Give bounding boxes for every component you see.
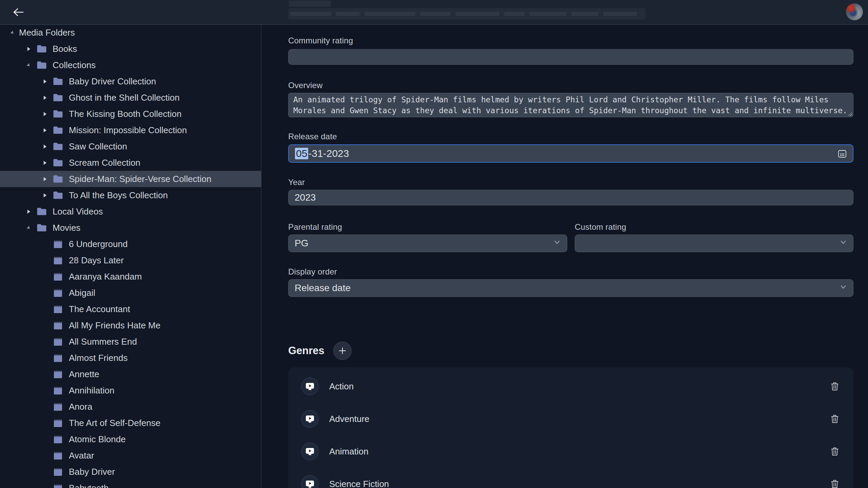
sidebar-item-anora[interactable]: Anora [0, 399, 261, 415]
sidebar-item-to-all-the-boys-collection[interactable]: To All the Boys Collection [0, 187, 261, 203]
sidebar-item-atomic-blonde[interactable]: Atomic Blonde [0, 431, 261, 447]
user-avatar[interactable] [846, 3, 863, 20]
sidebar-item-local-videos[interactable]: Local Videos [0, 203, 261, 220]
delete-genre-button[interactable] [830, 381, 840, 392]
sidebar-item-collections[interactable]: Collections [0, 57, 261, 73]
folder-icon [52, 124, 64, 136]
expander-spacer[interactable] [40, 451, 50, 460]
expander-spacer[interactable] [40, 239, 50, 249]
tree-item-label: The Accountant [69, 304, 130, 314]
folder-icon [36, 59, 47, 71]
sidebar-item-abigail[interactable]: Abigail [0, 285, 261, 301]
expander-spacer[interactable] [40, 467, 50, 476]
folder-icon [52, 189, 64, 201]
film-slate-icon [52, 287, 64, 299]
year-input[interactable]: 2023 [288, 190, 853, 205]
expander-spacer[interactable] [40, 288, 50, 298]
sidebar-item-saw-collection[interactable]: Saw Collection [0, 138, 261, 155]
genre-avatar [301, 443, 319, 460]
triangle-right-icon[interactable] [24, 44, 33, 54]
delete-genre-button[interactable] [830, 479, 840, 488]
triangle-right-icon[interactable] [40, 158, 50, 167]
sidebar-item-6-underground[interactable]: 6 Underground [0, 236, 261, 252]
add-genre-button[interactable] [333, 342, 352, 360]
expander-spacer[interactable] [40, 434, 50, 444]
sidebar-item-all-summers-end[interactable]: All Summers End [0, 333, 261, 350]
expander-spacer[interactable] [40, 386, 50, 395]
sidebar-item-the-art-of-self-defense[interactable]: The Art of Self-Defense [0, 415, 261, 431]
expander-spacer[interactable] [40, 321, 50, 330]
overview-label: Overview [288, 81, 323, 90]
sidebar-item-the-accountant[interactable]: The Accountant [0, 301, 261, 317]
sidebar-item-aaranya-kaandam[interactable]: Aaranya Kaandam [0, 268, 261, 285]
sidebar-item-the-kissing-booth-collection[interactable]: The Kissing Booth Collection [0, 106, 261, 122]
sidebar-item-baby-driver-collection[interactable]: Baby Driver Collection [0, 73, 261, 89]
folder-icon [36, 206, 47, 217]
sidebar-item-babyteeth[interactable]: Babyteeth [0, 480, 261, 488]
expander-spacer[interactable] [40, 353, 50, 363]
delete-genre-button[interactable] [830, 446, 840, 457]
folder-icon [52, 157, 64, 168]
metadata-editor-form: Community rating Overview An animated tr… [261, 0, 868, 488]
genre-item-animation[interactable]: Animation [288, 435, 853, 468]
triangle-right-icon[interactable] [40, 174, 50, 184]
sidebar-item-annihilation[interactable]: Annihilation [0, 382, 261, 399]
sidebar-item-books[interactable]: Books [0, 41, 261, 57]
triangle-right-icon[interactable] [40, 109, 50, 119]
film-slate-icon [52, 466, 64, 477]
sidebar-item-all-my-friends-hate-me[interactable]: All My Friends Hate Me [0, 317, 261, 333]
expander-spacer[interactable] [40, 483, 50, 488]
sidebar-item-ghost-in-the-shell-collection[interactable]: Ghost in the Shell Collection [0, 89, 261, 106]
delete-genre-button[interactable] [830, 413, 840, 424]
parental-rating-select[interactable]: PG [288, 235, 567, 252]
sidebar-item-avatar[interactable]: Avatar [0, 447, 261, 464]
sidebar-item-mission-impossible-collection[interactable]: Mission: Impossible Collection [0, 122, 261, 138]
genre-item-action[interactable]: Action [288, 370, 853, 403]
sidebar-item-media-folders[interactable]: Media Folders [0, 24, 261, 41]
genre-item-science-fiction[interactable]: Science Fiction [288, 468, 853, 488]
tree-item-label: Aaranya Kaandam [69, 271, 142, 282]
release-date-input[interactable]: 05-31-2023 [288, 144, 853, 163]
sidebar-item-spider-man-spider-verse-collection[interactable]: Spider-Man: Spider-Verse Collection [0, 171, 261, 187]
overview-textarea[interactable]: An animated trilogy of Spider-Man films … [288, 93, 853, 117]
genre-label: Action [329, 381, 830, 392]
sidebar-item-almost-friends[interactable]: Almost Friends [0, 350, 261, 366]
triangle-right-icon[interactable] [40, 125, 50, 135]
sidebar-item-28-days-later[interactable]: 28 Days Later [0, 252, 261, 268]
video-display-icon [305, 414, 315, 424]
folder-icon [52, 108, 64, 120]
triangle-down-right-icon[interactable] [7, 28, 17, 37]
triangle-right-icon[interactable] [40, 142, 50, 151]
expander-spacer[interactable] [40, 304, 50, 314]
chevron-down-icon [839, 283, 848, 294]
sidebar-item-movies[interactable]: Movies [0, 220, 261, 236]
sidebar-item-scream-collection[interactable]: Scream Collection [0, 155, 261, 171]
custom-rating-select[interactable] [575, 235, 853, 252]
expander-spacer[interactable] [40, 402, 50, 411]
triangle-right-icon[interactable] [24, 207, 33, 216]
community-rating-input[interactable] [288, 49, 853, 65]
expander-spacer[interactable] [40, 272, 50, 281]
genre-item-adventure[interactable]: Adventure [288, 403, 853, 435]
media-folder-sidebar[interactable]: Media Folders Books Collections Baby Dri… [0, 24, 261, 488]
display-order-select[interactable]: Release date [288, 279, 853, 297]
triangle-right-icon[interactable] [40, 93, 50, 102]
back-button[interactable] [11, 5, 26, 19]
expander-spacer[interactable] [40, 337, 50, 346]
date-month-segment[interactable]: 05 [295, 148, 308, 159]
triangle-down-right-icon[interactable] [24, 223, 33, 232]
expander-spacer[interactable] [40, 418, 50, 428]
expander-spacer[interactable] [40, 369, 50, 379]
tree-item-label: 6 Underground [69, 239, 127, 249]
film-slate-icon [52, 352, 64, 364]
triangle-right-icon[interactable] [40, 190, 50, 200]
sidebar-item-annette[interactable]: Annette [0, 366, 261, 382]
tree-item-label: Baby Driver Collection [69, 76, 156, 87]
date-picker-button[interactable] [836, 148, 848, 159]
triangle-right-icon[interactable] [40, 77, 50, 86]
folder-icon [52, 92, 64, 103]
folder-icon [52, 76, 64, 87]
triangle-down-right-icon[interactable] [24, 60, 33, 70]
sidebar-item-baby-driver[interactable]: Baby Driver [0, 464, 261, 480]
expander-spacer[interactable] [40, 256, 50, 265]
